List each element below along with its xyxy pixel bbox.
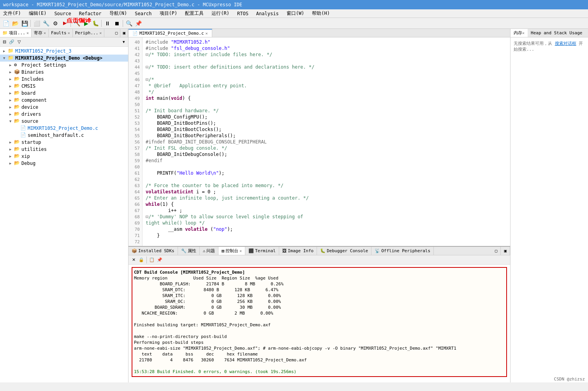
tab-memory-close[interactable]: ✕ xyxy=(522,31,525,35)
expand-arrow-component: ▶ xyxy=(9,98,14,102)
tree-item-utilities[interactable]: ▶ 📂 utilities xyxy=(0,146,128,153)
minimize-bottom-icon[interactable]: ▢ xyxy=(492,247,501,255)
toolbar-btn-1[interactable]: ⬜ xyxy=(32,19,41,28)
console-content[interactable]: CDT Build Console [MIMXRT1052_Project_De… xyxy=(129,265,510,382)
tab-image-info[interactable]: 🖼 Image Info xyxy=(279,247,317,255)
toolbar-btn-8[interactable]: 📌 xyxy=(134,19,143,28)
editor-tab-close[interactable]: ✕ xyxy=(206,31,208,35)
toolbar-btn-5[interactable]: ⏸ xyxy=(103,19,112,28)
menu-run[interactable]: 运行(R) xyxy=(210,10,231,17)
left-panel-toolbar: ⊟ 🔗 ▽ ▾ xyxy=(0,37,128,47)
tab-faults[interactable]: Faults ✕ xyxy=(49,29,73,37)
maximize-left-icon[interactable]: ▣ xyxy=(120,29,128,37)
menu-source[interactable]: Source xyxy=(53,11,72,16)
editor-tab-main-c[interactable]: 📄 MIMXRT1052_Project_Demo.c ✕ xyxy=(129,29,212,37)
ln-54: 54 xyxy=(129,126,142,133)
menu-project[interactable]: 项目(P) xyxy=(158,10,179,17)
tree-item-board[interactable]: ▶ 📂 board xyxy=(0,90,128,97)
console-close-icon[interactable]: ✕ xyxy=(239,249,242,253)
tab-periph[interactable]: Periph... ✕ xyxy=(73,29,105,37)
menu-search[interactable]: Search xyxy=(133,11,153,16)
tab-installed-sdks[interactable]: 📦 Installed SDKs xyxy=(129,247,178,255)
toolbar-btn-4[interactable]: ▶ 点击编译 xyxy=(60,19,69,28)
menu-help[interactable]: 帮助(H) xyxy=(310,10,331,17)
menu-refactor[interactable]: Refactor xyxy=(77,11,103,16)
tree-item-cmsis[interactable]: ▶ 📂 CMSIS xyxy=(0,83,128,90)
toolbar-btn-2[interactable]: 🔧 xyxy=(42,19,50,28)
tab-memory[interactable]: 内存 ✕ xyxy=(511,29,528,37)
link-editor-button[interactable]: 🔗 xyxy=(8,39,15,46)
code-line-41: #include "fsl_debug_console.h" xyxy=(146,45,507,51)
tree-item-startup[interactable]: ▶ 📂 startup xyxy=(0,139,128,146)
tab-console[interactable]: ▤ 控制台 ✕ xyxy=(218,247,245,255)
left-panel-tab-bar: 📁 项目... ✕ 寄存 ✕ Faults ✕ Periph... ✕ ▢ ▣ xyxy=(0,29,128,37)
build-button[interactable]: 🔨 xyxy=(72,19,81,28)
clear-console-button[interactable]: ✕ xyxy=(130,257,137,264)
tree-label-2: MIMXRT1052_Project_Demo <Debug> xyxy=(15,55,102,61)
menu-navigate[interactable]: 导航(N) xyxy=(108,10,129,17)
tree-item-includes[interactable]: ▶ 📂 Includes xyxy=(0,76,128,83)
close-icon[interactable]: ✕ xyxy=(26,31,29,35)
open-button[interactable]: 📂 xyxy=(11,19,19,28)
ln-67: 67 xyxy=(129,207,142,214)
maximize-bottom-icon[interactable]: ▣ xyxy=(501,247,510,255)
paste-button[interactable]: 📌 xyxy=(156,257,163,264)
menu-window[interactable]: 窗口(W) xyxy=(285,10,306,17)
tab-project-explorer[interactable]: 📁 项目... ✕ xyxy=(0,29,32,37)
scroll-lock-button[interactable]: 🔒 xyxy=(138,257,145,264)
tab-heap-stack[interactable]: Heap and Stack Usage xyxy=(528,29,585,37)
tree-item-component[interactable]: ▶ 📂 component xyxy=(0,97,128,104)
editor-tab-bar: 📄 MIMXRT1052_Project_Demo.c ✕ xyxy=(129,29,510,37)
close-icon-2[interactable]: ✕ xyxy=(44,31,46,35)
menu-config[interactable]: 配置工具 xyxy=(183,10,205,17)
menu-analysis[interactable]: Analysis xyxy=(255,11,280,16)
tree-item-debug[interactable]: ▶ 📂 Debug xyxy=(0,160,128,167)
tab-debugger-console[interactable]: 🐛 Debugger Console xyxy=(317,247,371,255)
code-line-64: volatile static int i = 0 ; xyxy=(146,189,507,195)
tree-item-main-c[interactable]: 📄 MIMXRT1052_Project_Demo.c xyxy=(0,125,128,132)
tab-registers[interactable]: 寄存 ✕ xyxy=(32,29,49,37)
tree-item-settings[interactable]: ▶ ⚙ Project Settings xyxy=(0,62,128,69)
code-line-70: __asm volatile ("nop"); xyxy=(146,226,507,232)
tree-item-xip[interactable]: ▶ 📂 xip xyxy=(0,153,128,160)
close-icon-3[interactable]: ✕ xyxy=(68,31,70,35)
toolbar-btn-3[interactable]: ⚙ xyxy=(51,19,60,28)
menu-edit[interactable]: 编辑(E) xyxy=(27,10,48,17)
menu-file[interactable]: 文件(F) xyxy=(2,10,23,17)
menu-rtos[interactable]: RTOS xyxy=(236,11,250,16)
code-content[interactable]: #include "MIMXRT1052.h" #include "fsl_de… xyxy=(143,37,510,246)
collapse-all-button[interactable]: ⊟ xyxy=(1,39,8,46)
new-button[interactable]: 📄 xyxy=(2,19,10,28)
tab-debugger-label: Debugger Console xyxy=(327,248,368,253)
minimize-left-icon[interactable]: ▢ xyxy=(113,29,121,37)
console-title: CDT Build Console [MIMXRT1052_Project_De… xyxy=(134,269,505,275)
close-icon-4[interactable]: ✕ xyxy=(99,31,102,35)
tab-properties[interactable]: 🔧 属性 xyxy=(178,247,200,255)
run-button[interactable]: ▶ xyxy=(82,19,90,28)
sep2 xyxy=(70,20,71,27)
tree-item-binaries[interactable]: ▶ 📦 Binaries xyxy=(0,69,128,76)
filter-button[interactable]: ▽ xyxy=(16,39,23,46)
toolbar-btn-7[interactable]: 🔍 xyxy=(125,19,133,28)
tree-label-cmsis: CMSIS xyxy=(21,83,35,89)
view-menu-button[interactable]: ▾ xyxy=(120,39,127,46)
tree-item-project2[interactable]: ▼ 📁 MIMXRT1052_Project_Demo <Debug> xyxy=(0,55,128,62)
tab-terminal[interactable]: ⬛ Terminal xyxy=(245,247,279,255)
tab-offline-peripherals[interactable]: 📡 Offline Peripherals xyxy=(371,247,434,255)
ln-56: 56 xyxy=(129,139,142,145)
debug-button[interactable]: 🐛 xyxy=(91,19,100,28)
tab-memory-label: 内存 xyxy=(514,30,522,36)
tab-problems[interactable]: ⚠ 问题 xyxy=(200,247,219,255)
tree-item-device[interactable]: ▶ 📂 device xyxy=(0,104,128,111)
search-dialog-link[interactable]: 搜索对话框 xyxy=(555,41,576,46)
drivers-icon: 📂 xyxy=(14,111,20,117)
toolbar-btn-6[interactable]: ⏹ xyxy=(113,19,121,28)
tree-item-source[interactable]: ▼ 📂 source xyxy=(0,118,128,125)
ln-71: 71 xyxy=(129,232,142,239)
copy-button[interactable]: 📋 xyxy=(148,257,155,264)
tree-item-semihost[interactable]: 📄 semihost_hardfault.c xyxy=(0,132,128,139)
tree-item-project1[interactable]: ▶ 📁 MIMXRT1052_Project_3 xyxy=(0,48,128,55)
save-button[interactable]: 💾 xyxy=(20,19,29,28)
tree-item-drivers[interactable]: ▶ 📂 drivers xyxy=(0,111,128,118)
board-icon: 📂 xyxy=(14,90,20,96)
